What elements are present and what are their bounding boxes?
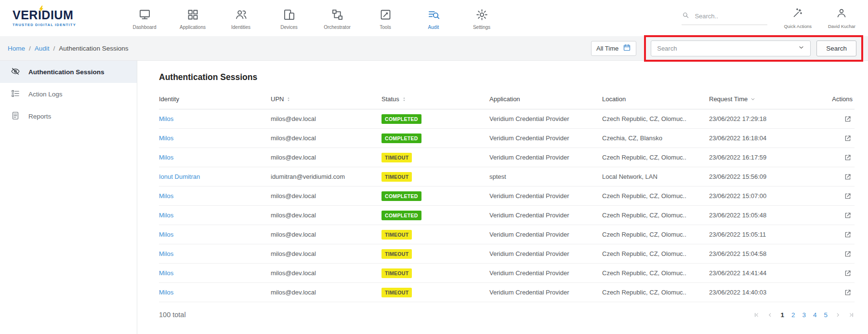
- view-session-icon[interactable]: [844, 134, 852, 142]
- veridium-logo: VERIDIUM TRUSTED DIGITAL IDENTITY: [13, 9, 90, 27]
- nav-item-tools[interactable]: Tools: [361, 6, 409, 30]
- location-cell: Czech Republic, CZ, Olomuc..: [602, 269, 709, 277]
- quick-actions-button[interactable]: Quick Actions: [784, 7, 812, 29]
- table-row: Milosmilos@dev.localCOMPLETEDVeridium Cr…: [159, 109, 855, 129]
- location-cell: Czech Republic, CZ, Olomuc..: [602, 115, 709, 122]
- application-cell: Veridium Credential Provider: [489, 154, 602, 161]
- subbar: Home/Audit/Authentication Sessions All T…: [0, 36, 868, 61]
- time-filter-label: All Time: [596, 45, 618, 52]
- quick-actions-icon: [792, 7, 803, 21]
- page-body: Authentication SessionsAction LogsReport…: [0, 61, 868, 334]
- table-row: Milosmilos@dev.localCOMPLETEDVeridium Cr…: [159, 129, 855, 148]
- status-badge: TIMEOUT: [381, 153, 412, 162]
- identity-link[interactable]: Ionut Dumitran: [159, 173, 200, 180]
- sidebar-item-label: Authentication Sessions: [28, 68, 105, 76]
- global-search-input[interactable]: [695, 13, 762, 20]
- audit-icon: [427, 8, 440, 21]
- application-cell: Veridium Credential Provider: [489, 192, 602, 200]
- table-row: Milosmilos@dev.localTIMEOUTVeridium Cred…: [159, 225, 855, 244]
- column-header-request-time[interactable]: Request Time: [709, 95, 820, 103]
- location-cell: Czech Republic, CZ, Olomuc..: [602, 212, 709, 219]
- identities-icon: [235, 8, 248, 21]
- identity-link[interactable]: Milos: [159, 231, 173, 238]
- identity-link[interactable]: Milos: [159, 289, 173, 296]
- column-header-application: Application: [489, 95, 602, 103]
- application-cell: Veridium Credential Provider: [489, 250, 602, 257]
- view-session-icon[interactable]: [844, 192, 852, 200]
- page-4[interactable]: 4: [813, 311, 817, 319]
- view-session-icon[interactable]: [844, 269, 852, 277]
- nav-item-label: Orchestrator: [324, 25, 351, 30]
- time-filter-button[interactable]: All Time: [591, 41, 636, 56]
- request-time-cell: 23/06/2022 15:56:09: [709, 173, 820, 180]
- identity-link[interactable]: Milos: [159, 134, 173, 142]
- nav-item-orchestrator[interactable]: Orchestrator: [313, 6, 361, 30]
- request-time-cell: 23/06/2022 16:18:04: [709, 134, 820, 142]
- devices-icon: [283, 8, 296, 21]
- sort-icon: [286, 97, 291, 102]
- view-session-icon[interactable]: [844, 289, 852, 296]
- view-session-icon[interactable]: [844, 250, 852, 258]
- user-icon: [836, 7, 847, 21]
- identity-link[interactable]: Milos: [159, 250, 173, 257]
- reports-icon: [11, 111, 20, 122]
- page-5[interactable]: 5: [824, 311, 828, 319]
- sidebar-item-action-logs[interactable]: Action Logs: [0, 83, 137, 105]
- identity-link[interactable]: Milos: [159, 154, 173, 161]
- identity-link[interactable]: Milos: [159, 212, 173, 219]
- sidebar: Authentication SessionsAction LogsReport…: [0, 61, 137, 334]
- table-row: Milosmilos@dev.localCOMPLETEDVeridium Cr…: [159, 187, 855, 206]
- total-count: 100 total: [159, 311, 186, 319]
- page-next-icon[interactable]: [835, 312, 841, 318]
- nav-item-label: Applications: [180, 25, 206, 30]
- identity-link[interactable]: Milos: [159, 192, 173, 200]
- breadcrumb-item-home[interactable]: Home: [8, 45, 25, 52]
- view-session-icon[interactable]: [844, 212, 852, 219]
- view-session-icon[interactable]: [844, 173, 852, 181]
- nav-item-devices[interactable]: Devices: [265, 6, 313, 30]
- sidebar-item-authentication-sessions[interactable]: Authentication Sessions: [0, 61, 137, 83]
- column-label: Request Time: [709, 95, 748, 103]
- page-1[interactable]: 1: [780, 311, 784, 319]
- status-badge: TIMEOUT: [381, 249, 412, 259]
- application-cell: Veridium Credential Provider: [489, 134, 602, 142]
- page-last-icon[interactable]: [848, 312, 855, 318]
- page-3[interactable]: 3: [802, 311, 806, 319]
- application-cell: Veridium Credential Provider: [489, 269, 602, 277]
- identity-link[interactable]: Milos: [159, 115, 173, 122]
- nav-item-settings[interactable]: Settings: [458, 6, 506, 30]
- page-first-icon[interactable]: [753, 312, 760, 318]
- view-session-icon[interactable]: [844, 154, 852, 161]
- view-session-icon[interactable]: [844, 231, 852, 239]
- search-filter-dropdown[interactable]: Search: [651, 40, 811, 56]
- page-prev-icon[interactable]: [767, 312, 773, 318]
- dashboard-icon: [138, 8, 151, 21]
- breadcrumb-item-audit[interactable]: Audit: [35, 45, 50, 52]
- header-right: Quick Actions David Kuchar: [682, 7, 855, 29]
- column-header-status[interactable]: Status: [381, 95, 489, 103]
- tools-icon: [379, 8, 392, 21]
- nav-item-label: Identities: [231, 25, 250, 30]
- main-content: Authentication Sessions IdentityUPNStatu…: [137, 61, 868, 334]
- column-header-upn[interactable]: UPN: [271, 95, 381, 103]
- nav-item-applications[interactable]: Applications: [169, 6, 217, 30]
- view-session-icon[interactable]: [844, 115, 852, 123]
- nav-item-audit[interactable]: Audit: [409, 6, 458, 30]
- nav-item-label: Dashboard: [133, 25, 157, 30]
- subbar-filters: All Time Search Search: [591, 35, 863, 62]
- location-cell: Czech Republic, CZ, Olomuc..: [602, 250, 709, 257]
- nav-item-identities[interactable]: Identities: [217, 6, 265, 30]
- upn-cell: idumitran@veridiumid.com: [271, 173, 381, 180]
- page-2[interactable]: 2: [791, 311, 795, 319]
- identity-link[interactable]: Milos: [159, 269, 173, 277]
- table-footer: 100 total 12345: [159, 311, 855, 328]
- upn-cell: milos@dev.local: [271, 212, 381, 219]
- request-time-cell: 23/06/2022 14:40:03: [709, 289, 820, 296]
- sidebar-item-reports[interactable]: Reports: [0, 105, 137, 127]
- search-button[interactable]: Search: [816, 40, 856, 56]
- user-menu[interactable]: David Kuchar: [828, 7, 855, 29]
- pagination: 12345: [753, 311, 855, 319]
- nav-item-label: Devices: [280, 25, 298, 30]
- nav-item-dashboard[interactable]: Dashboard: [120, 6, 169, 30]
- column-label: Status: [381, 95, 399, 103]
